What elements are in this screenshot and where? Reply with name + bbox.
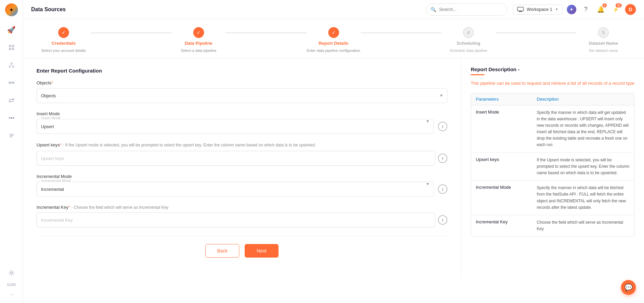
step-label-data-pipeline: Data Pipeline bbox=[185, 41, 213, 46]
search-input[interactable] bbox=[439, 7, 503, 12]
incremental-key-label: Incremental Key* - Choose the field whic… bbox=[37, 205, 447, 210]
sidebar-item-transforms[interactable] bbox=[4, 93, 19, 108]
svg-point-4 bbox=[10, 62, 13, 64]
sidebar-item-dashboard[interactable] bbox=[4, 40, 19, 55]
magic-button[interactable]: ✦ bbox=[567, 5, 576, 14]
upsert-keys-field-group: Upsert keys* - If the Upsert mode is sel… bbox=[37, 142, 447, 166]
sidebar-item-integrations[interactable] bbox=[4, 58, 19, 73]
svg-rect-22 bbox=[519, 11, 522, 12]
sidebar-item-pipelines[interactable] bbox=[4, 110, 19, 125]
step-label-credentials: Credentials bbox=[52, 41, 76, 46]
params-col-parameters: Parameters bbox=[476, 97, 537, 102]
step-icon-data-pipeline: ✓ bbox=[193, 27, 204, 38]
insert-mode-info-button[interactable]: i bbox=[438, 122, 447, 131]
param-name-0: Insert Mode bbox=[476, 109, 537, 115]
param-desc-2: Specify the manner in which data will be… bbox=[537, 185, 629, 211]
param-name-3: Incremental Key bbox=[476, 219, 537, 224]
step-icon-scheduling: 4 bbox=[463, 27, 474, 38]
objects-field-group: Objects* Objects ▼ bbox=[37, 80, 447, 103]
step-icon-report-details: ✓ bbox=[328, 27, 339, 38]
step-dataset-name: 5 Dataset Name Set dataset name bbox=[576, 27, 630, 53]
incremental-mode-float-label: Incremental Mode bbox=[40, 179, 72, 183]
next-button[interactable]: Next bbox=[245, 244, 279, 258]
page-title: Data Sources bbox=[31, 6, 421, 13]
table-row: Incremental Mode Specify the manner in w… bbox=[471, 181, 634, 215]
svg-line-8 bbox=[12, 64, 13, 66]
step-sub-data-pipeline: Select a data pipeline bbox=[181, 48, 216, 53]
svg-rect-14 bbox=[13, 117, 14, 119]
form-area: Enter Report Configuration Objects* Obje… bbox=[23, 58, 644, 278]
alerts-badge: 32 bbox=[616, 3, 622, 7]
sidebar-bottom: 510M → bbox=[4, 265, 19, 300]
avatar[interactable]: D bbox=[625, 4, 636, 15]
table-row: Incremental Key Choose the field which w… bbox=[471, 215, 634, 236]
step-scheduling: 4 Scheduling Schedule data pipeline bbox=[441, 27, 495, 53]
upsert-keys-info-button[interactable]: i bbox=[438, 154, 447, 163]
sidebar: ✦ 🚀 510M → bbox=[0, 0, 23, 303]
svg-point-6 bbox=[12, 66, 14, 68]
form-section-title: Enter Report Configuration bbox=[37, 68, 447, 74]
chat-bubble[interactable]: 💬 bbox=[621, 280, 636, 295]
notification-badge: 6 bbox=[602, 3, 607, 7]
incremental-key-description: - Choose the field which will serve as I… bbox=[71, 205, 169, 210]
form-right: Report Description - This pipeline can b… bbox=[461, 58, 644, 278]
sidebar-collapse[interactable]: → bbox=[4, 289, 19, 300]
alerts-button[interactable]: ⚡ 32 bbox=[610, 4, 621, 15]
main-container: Data Sources 🔍 Workspace 1 ▼ ✦ ? 🔔 6 bbox=[23, 0, 644, 303]
step-sub-report-details: Enter data pipeline configuration bbox=[307, 48, 360, 53]
svg-rect-3 bbox=[12, 48, 14, 50]
header: Data Sources 🔍 Workspace 1 ▼ ✦ ? 🔔 6 bbox=[23, 0, 644, 19]
objects-label: Objects* bbox=[37, 80, 447, 85]
upsert-keys-description: - If the Upsert mode is selected, you wi… bbox=[63, 143, 316, 147]
sidebar-item-launch[interactable]: 🚀 bbox=[4, 22, 19, 37]
help-icon: ? bbox=[584, 6, 587, 13]
notification-button[interactable]: 🔔 6 bbox=[595, 4, 606, 15]
step-sub-dataset-name: Set dataset name bbox=[589, 48, 618, 53]
insert-mode-field-group: Insert Mode Insert Mode Upsert Append Re… bbox=[37, 111, 447, 134]
objects-select[interactable]: Objects bbox=[37, 88, 447, 103]
form-actions: Back Next bbox=[37, 236, 447, 268]
search-bar[interactable]: 🔍 bbox=[426, 3, 507, 16]
svg-rect-2 bbox=[9, 48, 11, 50]
stepper-container: ✓ Credentials Select your account detail… bbox=[23, 19, 644, 58]
svg-rect-13 bbox=[11, 117, 12, 119]
report-desc-divider bbox=[471, 74, 484, 75]
step-connector-4 bbox=[495, 33, 576, 33]
incremental-mode-select[interactable]: Incremental Full bbox=[37, 182, 434, 197]
step-data-pipeline: ✓ Data Pipeline Select a data pipeline bbox=[172, 27, 226, 53]
incremental-mode-info-button[interactable]: i bbox=[438, 184, 447, 194]
page-content: ✓ Credentials Select your account detail… bbox=[23, 19, 644, 303]
workspace-button[interactable]: Workspace 1 ▼ bbox=[513, 4, 563, 15]
insert-mode-select[interactable]: Upsert Append Replace bbox=[37, 119, 434, 134]
search-icon: 🔍 bbox=[430, 7, 436, 12]
sidebar-item-settings[interactable] bbox=[4, 265, 19, 280]
table-row: Upsert keys If the Upsert mode is select… bbox=[471, 153, 634, 181]
sidebar-item-connections[interactable] bbox=[4, 75, 19, 90]
sidebar-logo[interactable]: ✦ bbox=[5, 3, 18, 16]
upsert-keys-label: Upsert keys* - If the Upsert mode is sel… bbox=[37, 142, 447, 148]
param-desc-3: Choose the field which will serve as Inc… bbox=[537, 219, 629, 232]
workspace-label: Workspace 1 bbox=[527, 7, 552, 12]
sidebar-item-logs[interactable] bbox=[4, 128, 19, 143]
report-desc-text: This pipeline can be used to request and… bbox=[471, 80, 635, 87]
incremental-key-info-button[interactable]: i bbox=[438, 215, 447, 225]
step-sub-scheduling: Schedule data pipeline bbox=[450, 48, 487, 53]
workspace-chevron-icon: ▼ bbox=[555, 7, 558, 11]
param-desc-0: Specify the manner in which data will ge… bbox=[537, 109, 629, 148]
incremental-key-input[interactable] bbox=[37, 213, 435, 227]
svg-point-10 bbox=[12, 82, 14, 84]
step-credentials: ✓ Credentials Select your account detail… bbox=[37, 27, 91, 53]
params-col-description: Description bbox=[537, 97, 629, 102]
incremental-key-input-wrapper: i bbox=[37, 213, 447, 227]
upsert-keys-input-wrapper: i bbox=[37, 151, 447, 166]
step-label-report-details: Report Details bbox=[318, 41, 348, 46]
param-desc-1: If the Upsert mode is selected, you will… bbox=[537, 157, 629, 177]
svg-line-7 bbox=[10, 64, 12, 66]
objects-select-wrapper: Objects ▼ bbox=[37, 88, 447, 103]
step-report-details: ✓ Report Details Enter data pipeline con… bbox=[307, 27, 361, 53]
upsert-keys-input[interactable] bbox=[37, 151, 435, 166]
workspace-icon bbox=[517, 7, 524, 12]
alert-icon: ⚡ bbox=[613, 7, 619, 12]
back-button[interactable]: Back bbox=[205, 244, 239, 258]
help-button[interactable]: ? bbox=[580, 4, 591, 15]
